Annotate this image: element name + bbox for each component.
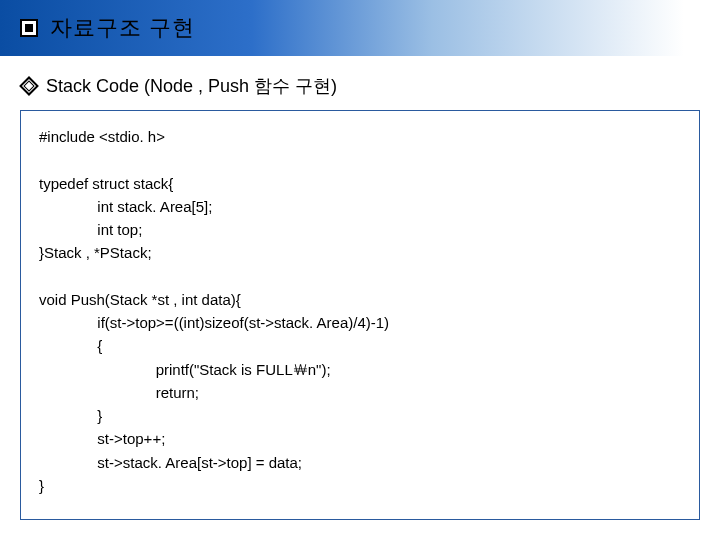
diamond-bullet-icon [19, 76, 39, 96]
title-bar: 자료구조 구현 [0, 0, 720, 56]
page-title: 자료구조 구현 [50, 13, 195, 43]
square-bullet-inner [25, 24, 33, 32]
slide: 자료구조 구현 Stack Code (Node , Push 함수 구현) #… [0, 0, 720, 540]
subtitle-row: Stack Code (Node , Push 함수 구현) [0, 56, 720, 110]
square-bullet-icon [20, 19, 38, 37]
code-block: #include <stdio. h> typedef struct stack… [20, 110, 700, 520]
subtitle-text: Stack Code (Node , Push 함수 구현) [46, 74, 337, 98]
